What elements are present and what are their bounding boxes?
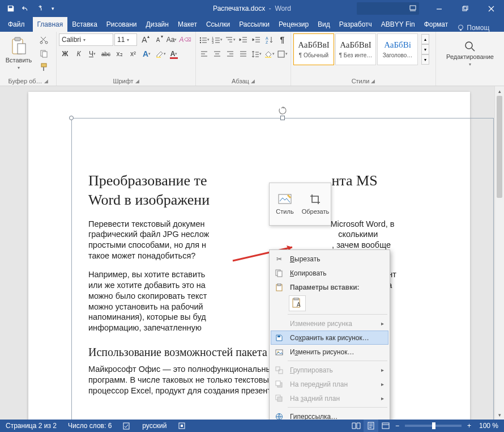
copy-button[interactable] [37,47,50,60]
align-left-button[interactable] [198,48,210,60]
font-color-button[interactable]: A▾ [168,48,180,60]
format-painter-button[interactable] [37,61,50,73]
gallery-down-button[interactable]: ▾ [421,44,429,54]
zoom-in-button[interactable]: + [465,420,473,432]
minimize-button[interactable] [426,0,452,17]
font-size-combo[interactable]: 11▾ [114,33,137,46]
view-print-layout[interactable] [364,420,378,432]
tab-abbyy[interactable]: ABBYY Fin [377,17,420,32]
gallery-more-button[interactable]: ▾ [421,54,429,65]
scroll-track[interactable] [495,96,504,410]
zoom-slider[interactable] [405,425,462,427]
justify-button[interactable] [237,48,249,60]
status-macro[interactable] [172,420,191,432]
strikethrough-button[interactable]: abc [100,48,112,60]
menu-paste-options-header: Параметры вставки: [271,280,388,294]
style-heading1[interactable]: АаБбВі Заголово… [377,33,418,65]
tab-layout[interactable]: Макет [173,17,202,32]
tab-references[interactable]: Ссылки [202,17,234,32]
underline-button[interactable]: Ч▾ [86,48,99,60]
style-no-spacing[interactable]: АаБбВвІ ¶ Без инте… [335,33,376,65]
zoom-level[interactable]: 100 % [473,420,504,432]
bold-button[interactable]: Ж [59,48,71,60]
redo-icon[interactable] [34,2,46,15]
undo-icon[interactable] [19,2,32,15]
borders-button[interactable]: ▾ [276,48,288,60]
zoom-slider-thumb[interactable] [432,422,435,429]
line-spacing-button[interactable]: ▾ [250,48,262,60]
decrease-indent-button[interactable] [237,33,249,46]
ribbon-options-icon[interactable] [400,0,426,17]
scroll-down-button[interactable]: ▾ [495,410,504,420]
tab-developer[interactable]: Разработч [335,17,377,32]
tab-mailings[interactable]: Рассылки [234,17,274,32]
rotate-handle-icon[interactable] [278,106,287,115]
menu-edit-picture[interactable]: Изменить рисунок… [271,345,388,359]
tell-me[interactable]: Помощ [452,24,494,32]
gallery-up-button[interactable]: ▴ [421,34,429,44]
picture-style-button[interactable]: Стиль [270,183,300,225]
dialog-launcher-icon[interactable]: ◢ [44,78,48,84]
menu-hyperlink[interactable]: Гиперссылка… [271,409,388,420]
show-marks-button[interactable]: ¶ [276,33,288,46]
tab-home[interactable]: Главная [33,17,68,32]
dialog-launcher-icon[interactable]: ◢ [251,78,255,84]
multilevel-list-button[interactable]: ▾ [224,33,236,46]
tab-draw[interactable]: Рисовани [102,17,142,32]
shading-button[interactable]: ▾ [263,48,275,60]
tab-insert[interactable]: Вставка [67,17,102,32]
zoom-out-button[interactable]: − [393,420,402,432]
menu-save-as-picture[interactable]: Сохранить как рисунок… [271,331,388,345]
menu-cut[interactable]: ✂ Вырезать [271,252,388,266]
tab-format[interactable]: Формат [420,17,453,32]
highlight-button[interactable]: ▾ [154,48,166,60]
grow-font-button[interactable]: A▴ [138,33,151,46]
resize-handle-tm[interactable] [280,116,285,120]
status-word-count[interactable]: Число слов: 6 [62,420,117,432]
subscript-button[interactable]: x₂ [113,48,126,60]
align-right-button[interactable] [224,48,236,60]
tab-file[interactable]: Файл [0,17,33,32]
scroll-thumb[interactable] [497,96,502,198]
tab-view[interactable]: Вид [313,17,335,32]
superscript-button[interactable]: x² [127,48,139,60]
cut-button[interactable] [37,33,50,46]
paste-option-keep-text[interactable]: A [289,295,306,311]
shrink-font-button[interactable]: A▾ [152,33,164,46]
status-page[interactable]: Страница 2 из 2 [0,420,62,432]
crop-button[interactable]: Обрезать [300,183,331,225]
vertical-scrollbar[interactable]: ▴ ▾ [494,86,504,420]
view-web-layout[interactable] [378,420,393,432]
window-controls [400,0,504,17]
svg-rect-11 [41,63,46,67]
dialog-launcher-icon[interactable]: ◢ [371,78,375,84]
text-effects-button[interactable]: A▾ [140,48,153,60]
increase-indent-button[interactable] [250,33,262,46]
italic-button[interactable]: К [72,48,85,60]
save-icon[interactable] [5,2,17,15]
change-case-button[interactable]: Aa▾ [165,33,178,46]
bullets-button[interactable]: ▾ [198,33,210,46]
style-normal[interactable]: АаБбВвІ ¶ Обычный [293,33,334,65]
maximize-button[interactable] [452,0,478,17]
status-proofing[interactable] [117,420,136,432]
gallery-scroll: ▴ ▾ ▾ [421,34,429,65]
font-name-combo[interactable]: Calibri▾ [59,33,113,46]
view-read-mode[interactable] [349,420,364,432]
editing-button[interactable]: Редактирование▾ [442,33,498,74]
sort-button[interactable]: AZ [263,33,275,46]
tab-design[interactable]: Дизайн [142,17,173,32]
align-center-button[interactable] [211,48,223,60]
numbering-button[interactable]: 123▾ [211,33,223,46]
status-language[interactable]: русский [136,420,172,432]
dialog-launcher-icon[interactable]: ◢ [135,78,139,84]
qat-customize-icon[interactable]: ▾ [49,2,57,15]
tab-review[interactable]: Рецензир [274,17,313,32]
paste-button[interactable]: Вставить▾ [2,33,35,74]
clear-formatting-button[interactable]: A⌫ [179,33,191,46]
scroll-up-button[interactable]: ▴ [495,86,504,96]
close-button[interactable] [478,0,504,17]
resize-handle-tl[interactable] [69,116,74,120]
menu-copy[interactable]: Копировать [271,266,388,280]
styles-gallery[interactable]: АаБбВвІ ¶ Обычный АаБбВвІ ¶ Без инте… Аа… [293,33,418,65]
